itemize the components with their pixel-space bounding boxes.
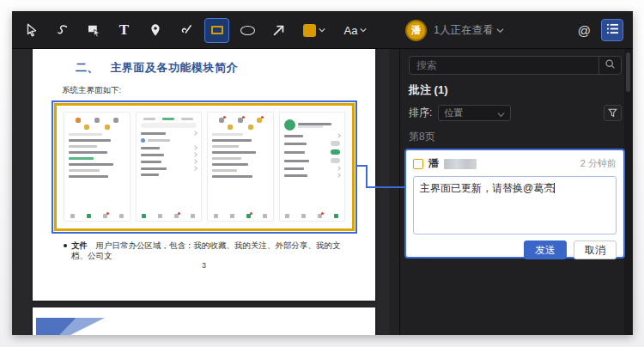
chevron-down-icon <box>319 27 325 33</box>
document-canvas: 二、 主界面及各功能模块简介 系统主界面如下: <box>12 49 399 335</box>
document-page-2 <box>33 307 375 335</box>
chevron-down-icon <box>360 27 367 33</box>
filter-button[interactable] <box>604 105 622 121</box>
comments-sidebar: 批注 (1) 排序: 位置 第8页 <box>399 49 633 335</box>
doc-section-heading: 二、 主界面及各功能模块简介 <box>76 60 238 76</box>
font-style-button[interactable]: Aa <box>337 18 374 43</box>
rectangle-tool-button[interactable] <box>204 18 229 43</box>
comment-search-box <box>409 56 622 75</box>
bullet-body: 用户日常办公区域，包含：我的收藏、我的关注、外部分享、我的文档、公司文 <box>71 240 341 260</box>
toolbar-right-group: @ <box>578 11 623 49</box>
content-area: 二、 主界面及各功能模块简介 系统主界面如下: <box>12 49 633 335</box>
chevron-down-icon <box>497 106 505 121</box>
comment-list-icon <box>606 22 619 38</box>
app-screenshot-1 <box>64 112 131 222</box>
tool-group: T <box>19 11 374 49</box>
comment-draft-text: 主界面已更新，请替换@葛亮 <box>420 182 554 194</box>
search-button[interactable] <box>598 57 621 74</box>
text-cursor <box>554 183 555 193</box>
annotation-toolbar: T <box>12 11 633 49</box>
chevron-down-icon <box>496 24 504 36</box>
bullet-term: 文件 <box>71 240 88 250</box>
comment-actions: 发送 取消 <box>413 240 617 259</box>
pin-icon <box>149 22 162 38</box>
pointer-tool-button[interactable] <box>19 18 44 43</box>
comment-author: 潘 <box>428 156 439 171</box>
comment-card[interactable]: 潘 2 分钟前 主界面已更新，请替换@葛亮 发送 取消 <box>404 149 625 259</box>
page-group-label: 第8页 <box>409 130 435 144</box>
comment-text-input[interactable]: 主界面已更新，请替换@葛亮 <box>413 176 617 234</box>
comment-timestamp: 2 分钟前 <box>580 157 617 170</box>
pointer-icon <box>24 22 39 38</box>
arrow-tool-button[interactable] <box>266 18 291 43</box>
pen-tool-button[interactable] <box>173 18 198 43</box>
doc-bullet-text: 文件 用户日常办公区域，包含：我的收藏、我的关注、外部分享、我的文档、公司文 <box>71 240 355 262</box>
bullet-icon <box>64 244 67 247</box>
rectangle-icon <box>211 26 223 34</box>
send-button[interactable]: 发送 <box>524 240 567 259</box>
arrow-icon <box>271 23 286 38</box>
curve-tool-button[interactable] <box>50 18 75 43</box>
viewers-label[interactable]: 1人正在查看 <box>434 23 504 38</box>
color-swatch-icon <box>303 24 316 37</box>
annotation-connector-line <box>366 186 405 188</box>
filter-icon <box>608 106 617 121</box>
text-tool-icon: T <box>119 21 129 39</box>
resolve-checkbox[interactable] <box>413 159 423 169</box>
text-tool-button[interactable]: T <box>112 18 137 43</box>
annotation-connector-line <box>366 165 368 188</box>
pen-icon <box>179 22 194 38</box>
redacted-author-name <box>444 159 477 169</box>
app-screenshot-2 <box>136 112 203 222</box>
rectangle-annotation[interactable] <box>54 103 355 231</box>
comments-header: 批注 (1) <box>409 82 448 98</box>
decorative-shape <box>36 318 105 335</box>
comment-header: 潘 2 分钟前 <box>413 156 617 171</box>
doc-intro-text: 系统主界面如下: <box>62 85 121 96</box>
marquee-select-tool-button[interactable] <box>81 18 106 43</box>
app-window: T <box>12 11 633 335</box>
screenshot-stage: T <box>0 0 644 347</box>
search-icon <box>605 58 616 73</box>
font-style-label: Aa <box>344 24 358 37</box>
cancel-button[interactable]: 取消 <box>574 240 617 259</box>
sort-row: 排序: 位置 <box>409 105 622 121</box>
doc-page-number: 3 <box>33 261 375 270</box>
color-picker-button[interactable] <box>297 18 331 43</box>
ellipse-icon <box>240 26 255 35</box>
sort-label: 排序: <box>409 106 432 120</box>
viewers-group[interactable]: 潘 1人正在查看 <box>405 11 504 49</box>
search-input[interactable] <box>410 57 598 74</box>
sort-dropdown[interactable]: 位置 <box>438 105 511 121</box>
app-screenshot-4 <box>279 112 346 222</box>
app-screenshot-3 <box>207 112 274 222</box>
document-page-1: 二、 主界面及各功能模块简介 系统主界面如下: <box>33 49 375 301</box>
comment-list-toggle-button[interactable] <box>601 19 623 41</box>
at-mention-button[interactable]: @ <box>578 23 591 38</box>
avatar[interactable]: 潘 <box>405 20 427 41</box>
marquee-select-icon <box>86 22 101 38</box>
curve-icon <box>55 22 70 38</box>
canvas-scrollbar[interactable] <box>389 49 399 335</box>
pin-tool-button[interactable] <box>143 18 167 43</box>
ellipse-tool-button[interactable] <box>235 18 260 43</box>
sort-value: 位置 <box>444 107 497 119</box>
sidebar-scrollbar[interactable] <box>624 49 632 335</box>
